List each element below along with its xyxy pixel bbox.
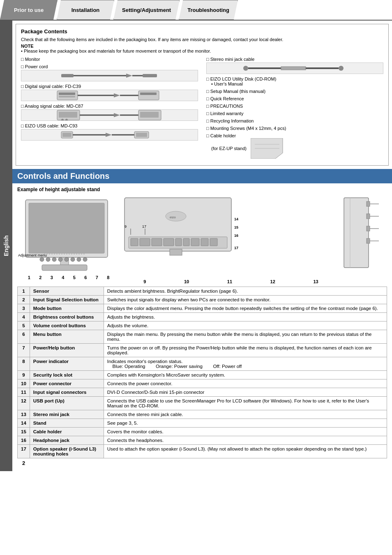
- function-description: Used to attach the option speaker (i·Sou…: [104, 445, 387, 458]
- port-num-9: 9: [143, 279, 146, 284]
- svg-rect-54: [170, 249, 182, 255]
- tab-setting-adjustment[interactable]: Setting/Adjustment: [113, 0, 180, 20]
- cable-svg: [242, 63, 348, 73]
- function-name: Volume control buttons: [30, 321, 104, 330]
- port-num-13: 13: [313, 279, 318, 284]
- function-number: 9: [18, 371, 30, 379]
- function-number: 8: [18, 357, 30, 371]
- package-items-right: □ Stereo mini jack cable: [206, 57, 383, 161]
- svg-rect-63: [201, 238, 208, 246]
- list-item: □ Setup Manual (this manual): [206, 89, 383, 94]
- function-name: Stand: [30, 419, 104, 428]
- svg-point-33: [339, 66, 344, 71]
- function-name: Option speaker (i·Sound L3) mounting hol…: [30, 445, 104, 458]
- btn-num-7: 7: [96, 275, 98, 280]
- btn-num-5: 5: [73, 275, 76, 280]
- function-description: Connects the USB cable to use the Screen…: [104, 397, 387, 410]
- btn-num-3: 3: [51, 275, 53, 280]
- function-number: 2: [18, 296, 30, 304]
- function-description: Turns the power on or off. By pressing t…: [104, 344, 387, 357]
- svg-rect-81: [367, 238, 370, 243]
- function-number: 7: [18, 344, 30, 357]
- function-name: USB port (Up): [30, 397, 104, 410]
- list-item: □ Stereo mini jack cable: [206, 57, 383, 74]
- diagram-center: eizo: [122, 196, 339, 284]
- package-section: Package Contents Check that all the foll…: [16, 24, 389, 166]
- svg-point-45: [65, 257, 69, 261]
- table-row: 10Power connectorConnects the power conn…: [18, 379, 387, 388]
- usb-cable-image: [21, 129, 198, 141]
- package-description: Check that all the following items are i…: [21, 37, 383, 42]
- table-row: 7Power/Help buttonTurns the power on or …: [18, 344, 387, 357]
- function-description: Connects the stereo mini jack cable.: [104, 410, 387, 419]
- example-title: Example of height adjustable stand: [17, 187, 387, 192]
- diagram-front: Adjustment menu 1 2 3 4 5 6 7 8: [17, 196, 120, 284]
- list-item: □ Quick Reference: [206, 96, 383, 101]
- svg-text:17: 17: [234, 246, 238, 250]
- bottom-number-row: 9 10 11 12 13: [122, 279, 339, 284]
- function-name: Power connector: [30, 379, 104, 388]
- function-number: 12: [18, 397, 30, 410]
- function-number: 10: [18, 379, 30, 388]
- tab-setting-label: Setting/Adjustment: [122, 7, 171, 13]
- list-item: □ Digital signal cable: FD-C39: [21, 84, 198, 101]
- tab-installation-label: Installation: [71, 7, 100, 13]
- cable-holder-svg: [251, 138, 284, 159]
- tab-prior-to-use[interactable]: Prior to use: [0, 0, 58, 20]
- svg-rect-78: [367, 201, 370, 206]
- function-description: Connects the headphones.: [104, 436, 387, 445]
- function-name: Stereo mini jack: [30, 410, 104, 419]
- tab-installation[interactable]: Installation: [57, 0, 114, 20]
- function-number: 1: [18, 287, 30, 296]
- table-row: 1SensorDetects ambient brightness. Brigh…: [18, 287, 387, 296]
- center-diagram-svg: eizo: [122, 196, 262, 278]
- svg-rect-40: [42, 265, 87, 271]
- svg-marker-18: [114, 113, 120, 117]
- svg-rect-62: [191, 238, 199, 246]
- svg-rect-0: [61, 74, 74, 77]
- table-row: 4Brightness control buttonsAdjusts the b…: [18, 313, 387, 321]
- function-description: DVI-D Connector/D-Sub mini 15-pin connec…: [104, 388, 387, 397]
- function-name: Cable holder: [30, 428, 104, 436]
- diagram-right: [342, 196, 387, 284]
- svg-rect-56: [131, 238, 138, 246]
- svg-text:17: 17: [142, 224, 146, 229]
- function-name: Security lock slot: [30, 371, 104, 379]
- function-number: 5: [18, 321, 30, 330]
- function-description: Complies with Kensington's MicroSaver se…: [104, 371, 387, 379]
- port-num-12: 12: [270, 279, 275, 284]
- function-name: Mode button: [30, 304, 104, 313]
- svg-rect-38: [29, 203, 104, 253]
- svg-rect-60: [175, 238, 182, 246]
- svg-rect-5: [57, 91, 78, 100]
- function-number: 14: [18, 419, 30, 428]
- svg-rect-11: [138, 91, 159, 100]
- package-title: Package Contents: [21, 28, 383, 35]
- front-diagram-svg: Adjustment menu: [17, 196, 120, 278]
- table-row: 2Input Signal Selection buttonSwitches i…: [18, 296, 387, 304]
- list-item: □ Analog signal cable: MD-C87: [21, 104, 198, 121]
- table-row: 12USB port (Up)Connects the USB cable to…: [18, 397, 387, 410]
- function-description: Adjusts the brightness.: [104, 313, 387, 321]
- function-description: See page 3, 5.: [104, 419, 387, 428]
- svg-text:16: 16: [234, 234, 238, 238]
- digital-cable-image: [21, 90, 198, 101]
- svg-rect-7: [59, 96, 75, 97]
- tab-troubleshooting-label: Troubleshooting: [187, 7, 229, 13]
- svg-rect-12: [140, 92, 157, 95]
- port-num-10: 10: [184, 279, 189, 284]
- btn-num-6: 6: [84, 275, 87, 280]
- table-row: 8Power indicatorIndicates monitor's oper…: [18, 357, 387, 371]
- analog-cable-image: [21, 109, 198, 121]
- tab-troubleshooting[interactable]: Troubleshooting: [179, 0, 238, 20]
- function-number: 17: [18, 445, 30, 458]
- note-label: NOTE: [21, 44, 383, 49]
- function-name: Power indicator: [30, 357, 104, 371]
- function-name: Power/Help button: [30, 344, 104, 357]
- btn-num-2: 2: [39, 275, 42, 280]
- list-item: □ EIZO LCD Utility Disk (CD-ROM) • User'…: [206, 76, 383, 86]
- svg-point-41: [40, 257, 44, 261]
- table-row: 6Menu buttonDisplays the main menu. By p…: [18, 330, 387, 344]
- function-description: Adjusts the volume.: [104, 321, 387, 330]
- svg-rect-79: [367, 214, 370, 219]
